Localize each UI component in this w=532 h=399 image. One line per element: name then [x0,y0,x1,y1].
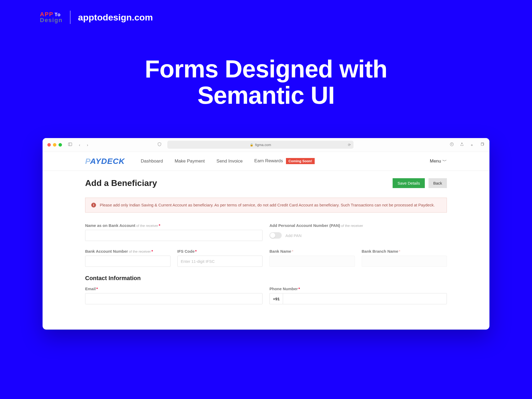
bank-name-label: Bank Name* [269,249,355,253]
warning-alert: i Please add only Indian Saving & Curren… [85,198,447,213]
alert-text: Please add only Indian Saving & Current … [100,202,435,208]
promo-header: APP To Design apptodesign.com [0,0,532,27]
maximize-window-icon[interactable] [59,143,62,147]
close-window-icon[interactable] [47,143,51,147]
nav-make-payment[interactable]: Make Payment [174,159,205,164]
page-body: Add a Beneficiary Save Details Back i Pl… [43,171,489,305]
back-icon[interactable]: ‹ [77,143,82,147]
divider [70,11,70,24]
share-icon[interactable] [459,142,464,147]
field-account-number: Bank Account Number of the receiver* [85,249,171,267]
hero-title: Forms Designed with Semantic UI [0,56,532,109]
browser-chrome: ‹ › 🔒 figma.com ⟳ + [43,138,489,152]
account-number-label: Bank Account Number of the receiver* [85,249,171,253]
info-icon: i [91,203,96,207]
download-icon[interactable] [449,142,454,147]
reload-icon[interactable]: ⟳ [348,143,351,147]
email-label: Email* [85,286,263,291]
account-number-input[interactable] [85,256,171,267]
apptodesign-logo: APP To Design [40,11,63,23]
name-label: Name as on Bank Account of the receiver* [85,223,263,228]
phone-input[interactable] [283,293,447,304]
nav-links: Dashboard Make Payment Send Invoice Earn… [141,158,315,164]
bank-name-input[interactable] [269,256,355,267]
branch-input[interactable] [362,256,447,267]
logo-to-text: To [55,12,61,17]
pan-toggle[interactable] [269,232,282,239]
new-tab-icon[interactable]: + [469,143,475,147]
logo-design-text: Design [40,17,63,23]
forward-icon[interactable]: › [85,143,90,147]
svg-rect-0 [68,143,72,146]
name-input[interactable] [85,230,263,241]
contact-section-title: Contact Information [85,275,447,282]
email-input[interactable] [85,293,263,304]
top-nav: PAYDECK Dashboard Make Payment Send Invo… [43,152,489,171]
phone-prefix: +91 [269,293,283,304]
beneficiary-form: Name as on Bank Account of the receiver*… [85,223,447,304]
logo-app-text: APP [40,11,53,17]
nav-send-invoice[interactable]: Send Invoice [217,159,243,164]
privacy-shield-icon[interactable] [157,142,162,147]
field-email: Email* [85,286,263,304]
phone-label: Phone Number* [269,286,447,291]
field-ifs: IFS Code* [177,249,263,267]
brand-logo[interactable]: PAYDECK [85,157,125,166]
ifs-input[interactable] [177,256,263,267]
page-title: Add a Beneficiary [85,178,157,188]
save-button[interactable]: Save Details [393,178,425,188]
sidebar-toggle-icon[interactable] [67,142,73,147]
page-header: Add a Beneficiary Save Details Back [85,178,447,188]
chevron-down-icon: ﹀ [442,159,447,164]
field-bank-name: Bank Name* [269,249,355,267]
menu-label: Menu [430,159,441,164]
address-bar[interactable]: 🔒 figma.com ⟳ [167,141,354,149]
minimize-window-icon[interactable] [53,143,56,147]
traffic-lights [47,143,62,147]
branch-label: Bank Branch Name* [362,249,447,253]
field-branch: Bank Branch Name* [362,249,447,267]
app-content: PAYDECK Dashboard Make Payment Send Invo… [43,152,489,305]
browser-window: ‹ › 🔒 figma.com ⟳ + PAYDEC [43,138,489,330]
field-pan: Add Personal Account Number (PAN) of the… [269,223,447,241]
site-url: apptodesign.com [78,12,153,23]
nav-earn-rewards-label: Earn Rewards [254,158,283,163]
address-text: figma.com [255,143,271,147]
tabs-icon[interactable] [479,142,485,147]
hero-line1: Forms Designed with [145,55,387,82]
lock-icon: 🔒 [250,143,253,147]
hero-line2: Semantic UI [197,82,335,109]
pan-label: Add Personal Account Number (PAN) of the… [269,223,447,228]
coming-soon-badge: Coming Soon! [286,158,315,164]
svg-rect-3 [481,143,483,146]
nav-dashboard[interactable]: Dashboard [141,159,163,164]
field-phone: Phone Number* +91 [269,286,447,304]
nav-earn-rewards[interactable]: Earn Rewards Coming Soon! [254,158,315,164]
back-button[interactable]: Back [429,178,447,188]
menu-dropdown[interactable]: Menu ﹀ [430,158,447,164]
field-name: Name as on Bank Account of the receiver* [85,223,263,241]
ifs-label: IFS Code* [177,249,263,253]
pan-toggle-label: Add PAN [285,233,302,238]
